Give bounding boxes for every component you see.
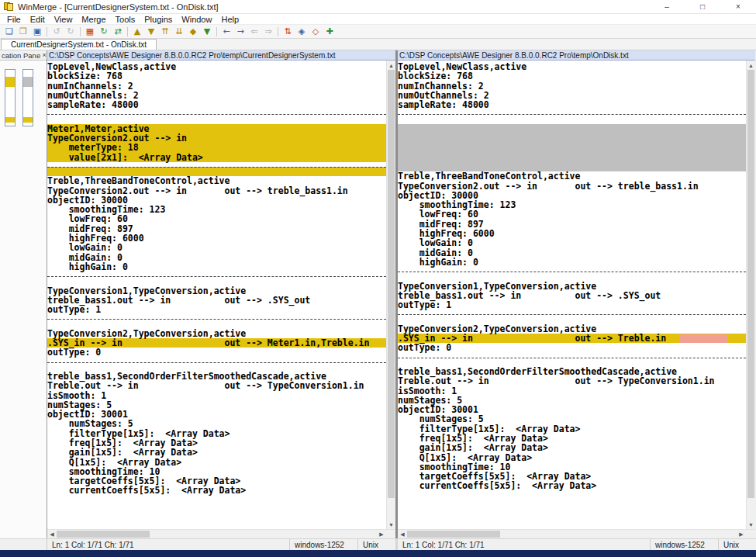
open-icon[interactable]: ❐ — [17, 26, 29, 37]
menu-item-edit[interactable]: Edit — [26, 15, 50, 24]
last-diff-icon[interactable]: ⇊ — [173, 26, 185, 37]
right-horizontal-scrollbar[interactable]: ◀ ▶ — [398, 529, 755, 538]
ghost-line — [398, 153, 746, 162]
right-vscroll-thumb[interactable] — [747, 70, 754, 498]
close-button[interactable]: × — [720, 0, 756, 13]
diff-pane-left[interactable]: TopLevel,NewClass,activeblockSize: 768nu… — [47, 61, 386, 529]
toolbar-separator — [47, 27, 47, 36]
ghost-line — [398, 143, 746, 152]
menu-item-merge[interactable]: Merge — [77, 15, 110, 24]
location-pane-body — [0, 61, 47, 538]
right-encoding: windows-1252 — [651, 539, 719, 550]
toolbar-separator — [127, 27, 128, 36]
next-diff-icon[interactable]: ▼ — [145, 26, 157, 37]
title-bar: WinMerge - [CurrentDesignerSystem.txt - … — [0, 0, 756, 14]
code-line: outType: 0 — [47, 348, 386, 357]
save-icon[interactable]: ▣ — [31, 26, 43, 37]
left-cursor-position: Ln: 1 Col: 1/71 Ch: 1/71 — [47, 539, 290, 550]
reload-icon[interactable]: ↻ — [98, 26, 110, 37]
right-file-bar[interactable] — [22, 69, 33, 126]
tab-compare-files[interactable]: CurrentDesignerSystem.txt - OnDisk.txt — [1, 39, 157, 50]
plugins-icon[interactable]: ◈ — [295, 26, 308, 37]
menu-item-plugins[interactable]: Plugins — [140, 15, 177, 24]
left-encoding: windows-1252 — [290, 539, 358, 550]
left-vscroll-thumb[interactable] — [388, 70, 395, 498]
right-vertical-scrollbar[interactable]: ▲ ▼ — [746, 61, 755, 529]
filter-icon[interactable]: ▼ — [201, 26, 213, 37]
scroll-up-arrow-icon[interactable]: ▲ — [387, 61, 395, 70]
window-title: WinMerge - [CurrentDesignerSystem.txt - … — [18, 2, 219, 12]
right-hscroll-thumb[interactable] — [407, 531, 500, 538]
diff-pane-right[interactable]: TopLevel,NewClass,activeblockSize: 768nu… — [398, 61, 746, 529]
left-horizontal-scrollbar[interactable]: ◀ ▶ — [47, 529, 395, 538]
right-pane-path-header: C:\DSP Concepts\AWE Designer 8.B.0.0.RC2… — [398, 50, 755, 61]
scroll-down-arrow-icon[interactable]: ▼ — [387, 520, 395, 529]
diff-marker — [23, 77, 33, 87]
scroll-left-arrow-icon[interactable]: ◀ — [398, 530, 407, 538]
new-file-icon[interactable]: ❏ — [3, 26, 16, 37]
winmerge-logo-icon — [4, 2, 14, 12]
left-hscroll-thumb[interactable] — [57, 531, 150, 538]
caption-buttons: – □ × — [649, 0, 756, 13]
first-diff-icon[interactable]: ⇈ — [159, 26, 171, 37]
prev-diff-icon[interactable]: ▲ — [131, 26, 143, 37]
left-vscroll-track[interactable] — [387, 70, 395, 520]
right-status-bar: Ln: 1 Col: 1/71 Ch: 1/71 windows-1252 Un… — [398, 539, 756, 550]
status-row: Ln: 1 Col: 1/71 Ch: 1/71 windows-1252 Un… — [0, 538, 756, 550]
refresh-compare-icon[interactable]: ⇄ — [112, 26, 124, 37]
location-pane-title: cation Pane — [2, 51, 40, 60]
diff-marker — [5, 117, 15, 123]
maximize-button[interactable]: □ — [685, 0, 720, 13]
menu-item-help[interactable]: Help — [216, 15, 243, 24]
location-pane-header: cation Pane × — [0, 50, 47, 61]
menu-item-window[interactable]: Window — [177, 15, 216, 24]
scroll-right-arrow-icon[interactable]: ▶ — [737, 530, 746, 538]
scroll-right-arrow-icon[interactable]: ▶ — [377, 530, 386, 538]
right-eol-style: Unix — [719, 539, 756, 550]
left-eol-style: Unix — [358, 539, 395, 550]
diff-marker — [23, 117, 33, 123]
copy-right-icon[interactable]: → — [234, 26, 247, 37]
toolbar: ❏❐▣↺↻▦↻⇄▲▼⇈⇊◆▼←→⇐⇒⇅◈◇✚ — [0, 25, 756, 39]
auto-merge-icon[interactable]: ⇅ — [281, 26, 294, 37]
menubar: FileEditViewMergeToolsPluginsWindowHelp — [0, 14, 756, 25]
taskbar-strip — [0, 550, 756, 557]
scrollbar-corner — [746, 530, 755, 538]
toolbar-separator — [80, 27, 81, 36]
minimize-button[interactable]: – — [649, 0, 685, 13]
scroll-down-arrow-icon[interactable]: ▼ — [747, 520, 755, 529]
scripts-icon[interactable]: ✚ — [323, 26, 336, 37]
redo-icon: ↻ — [64, 26, 77, 37]
left-vertical-scrollbar[interactable]: ▲ ▼ — [386, 61, 395, 529]
left-file-bar[interactable] — [5, 69, 16, 126]
left-hscroll-track[interactable] — [57, 530, 377, 538]
prediffer-icon[interactable]: ◇ — [309, 26, 322, 37]
menu-item-view[interactable]: View — [50, 15, 78, 24]
ghost-line — [398, 133, 746, 143]
right-vscroll-track[interactable] — [747, 70, 755, 520]
right-cursor-position: Ln: 1 Col: 1/71 Ch: 1/71 — [398, 539, 651, 550]
separator-line — [398, 114, 746, 123]
code-line: value[2x1]: <Array Data> — [47, 153, 386, 162]
code-line: sampleRate: 48000 — [398, 100, 746, 109]
code-line: highGain: 0 — [398, 258, 746, 267]
copy-right-advance-icon: ⇒ — [262, 26, 274, 37]
left-file-pane: C:\DSP Concepts\AWE Designer 8.B.0.0.RC2… — [47, 50, 395, 538]
menu-item-tools[interactable]: Tools — [111, 15, 140, 24]
status-spacer — [0, 539, 47, 550]
options-icon[interactable]: ▦ — [84, 26, 96, 37]
toolbar-separator — [278, 27, 278, 36]
code-line: highGain: 0 — [47, 262, 386, 272]
scroll-left-arrow-icon[interactable]: ◀ — [47, 530, 57, 538]
current-diff-icon[interactable]: ◆ — [187, 26, 199, 37]
location-pane-close-button[interactable]: × — [40, 51, 47, 59]
left-status-bar: Ln: 1 Col: 1/71 Ch: 1/71 windows-1252 Un… — [47, 539, 395, 550]
toolbar-separator — [216, 27, 217, 36]
right-hscroll-track[interactable] — [407, 530, 737, 538]
tab-label: CurrentDesignerSystem.txt - OnDisk.txt — [11, 40, 147, 49]
copy-left-icon[interactable]: ← — [220, 26, 233, 37]
left-pane-path-header: C:\DSP Concepts\AWE Designer 8.B.0.0.RC2… — [47, 50, 395, 61]
scroll-up-arrow-icon[interactable]: ▲ — [747, 61, 755, 70]
copy-left-advance-icon: ⇐ — [248, 26, 261, 37]
menu-item-file[interactable]: File — [2, 15, 26, 24]
